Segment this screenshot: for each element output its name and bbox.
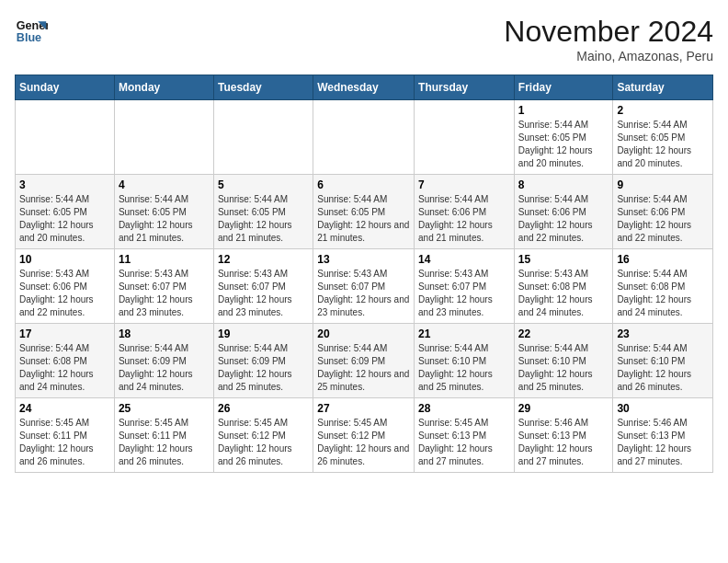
location: Maino, Amazonas, Peru: [504, 49, 713, 63]
day-number: 14: [418, 253, 510, 266]
calendar-day-cell: [213, 100, 313, 175]
calendar-day-cell: 9Sunrise: 5:44 AM Sunset: 6:06 PM Daylig…: [613, 175, 713, 249]
day-info: Sunrise: 5:44 AM Sunset: 6:05 PM Dayligh…: [518, 119, 609, 170]
day-number: 20: [317, 327, 410, 340]
day-info: Sunrise: 5:43 AM Sunset: 6:07 PM Dayligh…: [317, 268, 410, 319]
day-number: 7: [418, 178, 510, 191]
day-number: 29: [518, 402, 609, 415]
day-info: Sunrise: 5:44 AM Sunset: 6:05 PM Dayligh…: [218, 193, 309, 245]
calendar-day-cell: [415, 100, 515, 175]
calendar-day-cell: 20Sunrise: 5:44 AM Sunset: 6:09 PM Dayli…: [313, 324, 415, 398]
calendar-day-cell: [313, 100, 415, 175]
day-number: 27: [317, 402, 410, 415]
calendar-day-cell: 26Sunrise: 5:45 AM Sunset: 6:12 PM Dayli…: [213, 398, 313, 473]
day-of-week-header: Friday: [514, 75, 613, 100]
calendar-day-cell: 25Sunrise: 5:45 AM Sunset: 6:11 PM Dayli…: [114, 398, 213, 473]
calendar-day-cell: 24Sunrise: 5:45 AM Sunset: 6:11 PM Dayli…: [16, 398, 115, 473]
day-number: 11: [119, 253, 210, 266]
page-header: General Blue November 2024 Maino, Amazon…: [15, 15, 713, 63]
calendar-day-cell: [16, 100, 115, 175]
day-of-week-header: Thursday: [415, 75, 515, 100]
calendar-day-cell: 23Sunrise: 5:44 AM Sunset: 6:10 PM Dayli…: [613, 324, 713, 398]
day-info: Sunrise: 5:44 AM Sunset: 6:09 PM Dayligh…: [119, 342, 210, 394]
day-number: 6: [317, 178, 410, 191]
calendar-day-cell: 15Sunrise: 5:43 AM Sunset: 6:08 PM Dayli…: [514, 249, 613, 324]
day-number: 21: [418, 327, 510, 340]
calendar-day-cell: 2Sunrise: 5:44 AM Sunset: 6:05 PM Daylig…: [613, 100, 713, 175]
day-number: 13: [317, 253, 410, 266]
day-info: Sunrise: 5:44 AM Sunset: 6:05 PM Dayligh…: [19, 193, 110, 245]
calendar-day-cell: 12Sunrise: 5:43 AM Sunset: 6:07 PM Dayli…: [213, 249, 313, 324]
calendar-day-cell: 11Sunrise: 5:43 AM Sunset: 6:07 PM Dayli…: [114, 249, 213, 324]
day-info: Sunrise: 5:43 AM Sunset: 6:07 PM Dayligh…: [119, 268, 210, 319]
calendar-body: 1Sunrise: 5:44 AM Sunset: 6:05 PM Daylig…: [16, 100, 713, 473]
day-number: 24: [19, 402, 110, 415]
day-number: 18: [119, 327, 210, 340]
day-info: Sunrise: 5:44 AM Sunset: 6:06 PM Dayligh…: [518, 193, 609, 245]
day-info: Sunrise: 5:44 AM Sunset: 6:05 PM Dayligh…: [119, 193, 210, 245]
calendar-day-cell: 29Sunrise: 5:46 AM Sunset: 6:13 PM Dayli…: [514, 398, 613, 473]
day-number: 25: [119, 402, 210, 415]
day-number: 23: [617, 327, 709, 340]
calendar-day-cell: 6Sunrise: 5:44 AM Sunset: 6:05 PM Daylig…: [313, 175, 415, 249]
day-info: Sunrise: 5:44 AM Sunset: 6:09 PM Dayligh…: [317, 342, 410, 394]
day-info: Sunrise: 5:46 AM Sunset: 6:13 PM Dayligh…: [518, 417, 609, 468]
calendar-week-row: 17Sunrise: 5:44 AM Sunset: 6:08 PM Dayli…: [16, 324, 713, 398]
calendar-week-row: 1Sunrise: 5:44 AM Sunset: 6:05 PM Daylig…: [16, 100, 713, 175]
calendar-day-cell: 30Sunrise: 5:46 AM Sunset: 6:13 PM Dayli…: [613, 398, 713, 473]
month-title: November 2024: [504, 15, 713, 49]
day-number: 15: [518, 253, 609, 266]
calendar-day-cell: 8Sunrise: 5:44 AM Sunset: 6:06 PM Daylig…: [514, 175, 613, 249]
calendar-day-cell: 10Sunrise: 5:43 AM Sunset: 6:06 PM Dayli…: [16, 249, 115, 324]
day-number: 3: [19, 178, 110, 191]
calendar-table: SundayMondayTuesdayWednesdayThursdayFrid…: [15, 75, 713, 473]
calendar-day-cell: 7Sunrise: 5:44 AM Sunset: 6:06 PM Daylig…: [415, 175, 515, 249]
day-info: Sunrise: 5:45 AM Sunset: 6:11 PM Dayligh…: [19, 417, 110, 468]
calendar-day-cell: [114, 100, 213, 175]
calendar-week-row: 3Sunrise: 5:44 AM Sunset: 6:05 PM Daylig…: [16, 175, 713, 249]
title-block: November 2024 Maino, Amazonas, Peru: [504, 15, 713, 63]
day-info: Sunrise: 5:45 AM Sunset: 6:13 PM Dayligh…: [418, 417, 510, 468]
day-info: Sunrise: 5:44 AM Sunset: 6:06 PM Dayligh…: [617, 193, 709, 245]
logo: General Blue: [15, 15, 48, 48]
day-number: 17: [19, 327, 110, 340]
day-number: 4: [119, 178, 210, 191]
day-number: 10: [19, 253, 110, 266]
day-number: 30: [617, 402, 709, 415]
day-of-week-header: Monday: [114, 75, 213, 100]
day-number: 9: [617, 178, 709, 191]
day-info: Sunrise: 5:45 AM Sunset: 6:12 PM Dayligh…: [218, 417, 309, 468]
day-info: Sunrise: 5:44 AM Sunset: 6:06 PM Dayligh…: [418, 193, 510, 245]
day-of-week-header: Tuesday: [213, 75, 313, 100]
day-info: Sunrise: 5:44 AM Sunset: 6:08 PM Dayligh…: [19, 342, 110, 394]
day-info: Sunrise: 5:44 AM Sunset: 6:10 PM Dayligh…: [518, 342, 609, 394]
day-number: 28: [418, 402, 510, 415]
calendar-day-cell: 18Sunrise: 5:44 AM Sunset: 6:09 PM Dayli…: [114, 324, 213, 398]
day-number: 16: [617, 253, 709, 266]
calendar-day-cell: 3Sunrise: 5:44 AM Sunset: 6:05 PM Daylig…: [16, 175, 115, 249]
calendar-day-cell: 28Sunrise: 5:45 AM Sunset: 6:13 PM Dayli…: [415, 398, 515, 473]
svg-text:Blue: Blue: [17, 31, 41, 44]
day-info: Sunrise: 5:44 AM Sunset: 6:05 PM Dayligh…: [617, 119, 709, 170]
day-info: Sunrise: 5:43 AM Sunset: 6:07 PM Dayligh…: [218, 268, 309, 319]
calendar-day-cell: 17Sunrise: 5:44 AM Sunset: 6:08 PM Dayli…: [16, 324, 115, 398]
day-info: Sunrise: 5:46 AM Sunset: 6:13 PM Dayligh…: [617, 417, 709, 468]
day-of-week-header: Wednesday: [313, 75, 415, 100]
day-info: Sunrise: 5:45 AM Sunset: 6:11 PM Dayligh…: [119, 417, 210, 468]
day-info: Sunrise: 5:45 AM Sunset: 6:12 PM Dayligh…: [317, 417, 410, 468]
day-number: 2: [617, 104, 709, 117]
calendar-week-row: 10Sunrise: 5:43 AM Sunset: 6:06 PM Dayli…: [16, 249, 713, 324]
day-of-week-header: Saturday: [613, 75, 713, 100]
calendar-day-cell: 5Sunrise: 5:44 AM Sunset: 6:05 PM Daylig…: [213, 175, 313, 249]
day-info: Sunrise: 5:44 AM Sunset: 6:08 PM Dayligh…: [617, 268, 709, 319]
calendar-day-cell: 4Sunrise: 5:44 AM Sunset: 6:05 PM Daylig…: [114, 175, 213, 249]
day-info: Sunrise: 5:43 AM Sunset: 6:07 PM Dayligh…: [418, 268, 510, 319]
calendar-day-cell: 19Sunrise: 5:44 AM Sunset: 6:09 PM Dayli…: [213, 324, 313, 398]
day-info: Sunrise: 5:43 AM Sunset: 6:06 PM Dayligh…: [19, 268, 110, 319]
day-info: Sunrise: 5:44 AM Sunset: 6:10 PM Dayligh…: [617, 342, 709, 394]
day-number: 5: [218, 178, 309, 191]
day-info: Sunrise: 5:44 AM Sunset: 6:10 PM Dayligh…: [418, 342, 510, 394]
calendar-day-cell: 13Sunrise: 5:43 AM Sunset: 6:07 PM Dayli…: [313, 249, 415, 324]
day-number: 19: [218, 327, 309, 340]
calendar-day-cell: 16Sunrise: 5:44 AM Sunset: 6:08 PM Dayli…: [613, 249, 713, 324]
